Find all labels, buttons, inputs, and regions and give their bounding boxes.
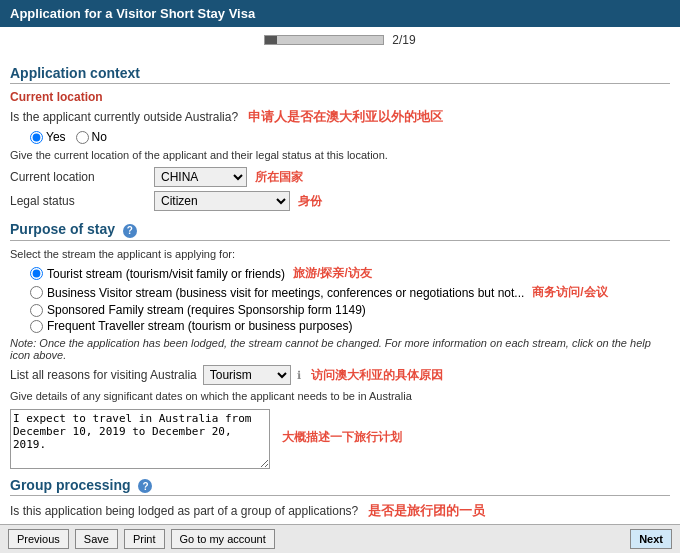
current-location-desc: Give the current location of the applica…: [10, 148, 670, 163]
group-help-icon[interactable]: ?: [138, 479, 152, 493]
section-application-context: Application context: [10, 65, 670, 84]
dates-row: I expect to travel in Australia from Dec…: [10, 409, 670, 469]
bottom-toolbar: Previous Save Print Go to my account Nex…: [0, 524, 680, 553]
stream-item-business: Business Visitor stream (business visit …: [30, 284, 670, 301]
legal-status-select[interactable]: Citizen Permanent Resident Visitor: [154, 191, 290, 211]
print-button[interactable]: Print: [124, 529, 165, 549]
country-annotation: 所在国家: [255, 169, 303, 186]
section-purpose-of-stay: Purpose of stay ?: [10, 221, 670, 241]
stream-sponsored-label: Sponsored Family stream (requires Sponso…: [47, 303, 366, 317]
outside-australia-no-label[interactable]: No: [76, 130, 107, 144]
outside-australia-question: Is the applicant currently outside Austr…: [10, 110, 238, 124]
previous-button[interactable]: Previous: [8, 529, 69, 549]
reasons-annotation: 访问澳大利亚的具体原因: [311, 367, 443, 384]
purpose-help-icon[interactable]: ?: [123, 224, 137, 238]
stream-note: Note: Once the application has been lodg…: [10, 337, 670, 361]
dates-annotation: 大概描述一下旅行计划: [282, 429, 402, 446]
go-to-account-button[interactable]: Go to my account: [171, 529, 275, 549]
stream-business-radio[interactable]: [30, 286, 43, 299]
country-label: Current location: [10, 170, 150, 184]
page-header: Application for a Visitor Short Stay Vis…: [0, 0, 680, 27]
stream-frequent-radio[interactable]: [30, 320, 43, 333]
save-button[interactable]: Save: [75, 529, 118, 549]
outside-australia-radio-row: Yes No: [10, 130, 670, 144]
outside-australia-annotation: 申请人是否在澳大利亚以外的地区: [248, 108, 443, 126]
header-title: Application for a Visitor Short Stay Vis…: [10, 6, 255, 21]
reasons-select[interactable]: Tourism Business Family Visit: [203, 365, 291, 385]
legal-status-row: Legal status Citizen Permanent Resident …: [10, 191, 670, 211]
stream-business-annotation: 商务访问/会议: [532, 284, 607, 301]
outside-australia-row: Is the applicant currently outside Austr…: [10, 108, 670, 126]
section-group-processing: Group processing ?: [10, 477, 670, 497]
dates-label: Give details of any significant dates on…: [10, 389, 670, 404]
stream-item-tourist: Tourist stream (tourism/visit family or …: [30, 265, 670, 282]
reasons-info-icon[interactable]: ℹ: [297, 369, 301, 382]
legal-status-label: Legal status: [10, 194, 150, 208]
stream-business-label: Business Visitor stream (business visit …: [47, 286, 524, 300]
next-button[interactable]: Next: [630, 529, 672, 549]
progress-bar: [264, 35, 384, 45]
legal-status-annotation: 身份: [298, 193, 322, 210]
group-annotation: 是否是旅行团的一员: [368, 502, 485, 520]
outside-australia-yes-label[interactable]: Yes: [30, 130, 66, 144]
group-question: Is this application being lodged as part…: [10, 504, 358, 518]
stream-tourist-label: Tourist stream (tourism/visit family or …: [47, 267, 285, 281]
country-row: Current location CHINA AUSTRALIA OTHER 所…: [10, 167, 670, 187]
country-select[interactable]: CHINA AUSTRALIA OTHER: [154, 167, 247, 187]
stream-options: Tourist stream (tourism/visit family or …: [30, 265, 670, 333]
main-content: Application context Current location Is …: [0, 53, 680, 553]
stream-frequent-label: Frequent Traveller stream (tourism or bu…: [47, 319, 352, 333]
stream-sponsored-radio[interactable]: [30, 304, 43, 317]
progress-text: 2/19: [392, 33, 415, 47]
stream-item-frequent: Frequent Traveller stream (tourism or bu…: [30, 319, 670, 333]
reasons-label: List all reasons for visiting Australia: [10, 368, 197, 382]
stream-tourist-radio[interactable]: [30, 267, 43, 280]
progress-bar-fill: [265, 36, 277, 44]
dates-textarea[interactable]: I expect to travel in Australia from Dec…: [10, 409, 270, 469]
purpose-desc: Select the stream the applicant is apply…: [10, 247, 670, 262]
reasons-row: List all reasons for visiting Australia …: [10, 365, 670, 385]
subsection-current-location: Current location: [10, 90, 670, 104]
outside-australia-no-radio[interactable]: [76, 131, 89, 144]
stream-item-sponsored: Sponsored Family stream (requires Sponso…: [30, 303, 670, 317]
progress-area: 2/19: [0, 27, 680, 53]
outside-australia-yes-radio[interactable]: [30, 131, 43, 144]
group-question-row: Is this application being lodged as part…: [10, 502, 670, 520]
stream-tourist-annotation: 旅游/探亲/访友: [293, 265, 372, 282]
outside-australia-radio-group: Yes No: [30, 130, 107, 144]
